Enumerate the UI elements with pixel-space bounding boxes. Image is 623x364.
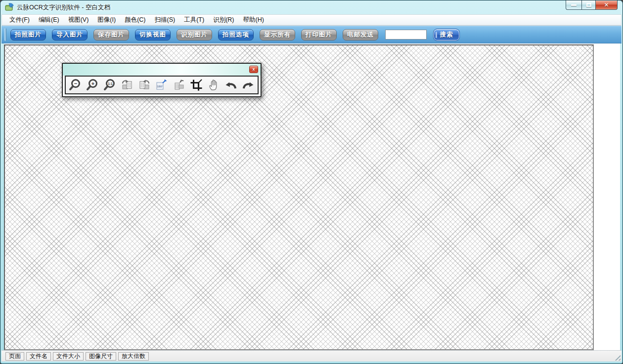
rotate-right-button[interactable]	[137, 78, 152, 92]
actual-size-icon: 1:1	[103, 79, 116, 91]
switch-view-button[interactable]: 切换视图	[135, 29, 171, 40]
undo-button[interactable]	[223, 78, 238, 92]
menu-item-edit[interactable]: 编辑(E)	[34, 15, 64, 25]
caption-buttons: ✕	[566, 0, 618, 10]
main-toolbar: 拍照图片 导入图片 保存图片 切换视图 识别图片 拍照选项 显示所有 打印图片 …	[1, 26, 622, 43]
save-image-button[interactable]: 保存图片	[93, 29, 129, 40]
search-button[interactable]: 搜索	[434, 29, 459, 40]
menu-item-image[interactable]: 图像(I)	[93, 15, 120, 25]
rotate-right-icon	[138, 79, 151, 91]
redo-icon	[242, 79, 255, 91]
redo-button[interactable]	[241, 78, 256, 92]
rotate-180-icon: 180°	[155, 79, 168, 91]
svg-text:1:1: 1:1	[108, 82, 113, 85]
crop-icon	[190, 79, 203, 91]
show-all-button[interactable]: 显示所有	[260, 29, 295, 40]
menu-item-color[interactable]: 颜色(C)	[120, 15, 150, 25]
search-button-label: 搜索	[440, 31, 453, 39]
minimize-icon	[571, 4, 577, 6]
import-image-button[interactable]: 导入图片	[52, 29, 88, 40]
resize-grip[interactable]	[613, 353, 621, 361]
flip-button[interactable]	[172, 78, 186, 92]
image-tools-close-button[interactable]: x	[249, 66, 258, 73]
app-window: 云脉OCR文字识别软件 - 空白文档 ✕ 文件(F) 编辑(E) 视图(V) 图…	[0, 0, 623, 364]
maximize-button[interactable]	[581, 0, 596, 10]
document-area: x − +	[4, 43, 620, 350]
menu-item-view[interactable]: 视图(V)	[64, 15, 93, 25]
title-bar[interactable]: 云脉OCR文字识别软件 - 空白文档 ✕	[0, 0, 623, 14]
menu-bar: 文件(F) 编辑(E) 视图(V) 图像(I) 颜色(C) 扫描(S) 工具(T…	[1, 14, 622, 26]
image-tools-strip: − + 1:1	[65, 76, 259, 94]
minimize-button[interactable]	[566, 0, 581, 10]
close-button[interactable]: ✕	[596, 0, 618, 10]
status-bar: 页面 文件名 文件大小 图像尺寸 放大倍数	[1, 350, 622, 362]
status-page: 页面	[5, 352, 24, 361]
window-title: 云脉OCR文字识别软件 - 空白文档	[17, 3, 110, 12]
status-filesize: 文件大小	[53, 352, 84, 361]
menu-item-recognize[interactable]: 识别(R)	[209, 15, 238, 25]
undo-icon	[224, 79, 237, 91]
rotate-left-icon	[121, 79, 134, 91]
status-zoom: 放大倍数	[118, 352, 149, 361]
status-filename: 文件名	[26, 352, 51, 361]
print-image-button[interactable]: 打印图片	[301, 29, 337, 40]
search-button-grip	[436, 32, 437, 38]
status-imagesize: 图像尺寸	[86, 352, 116, 361]
close-icon: x	[252, 67, 255, 72]
email-send-button[interactable]: 电邮发送	[343, 29, 378, 40]
menu-item-file[interactable]: 文件(F)	[5, 15, 34, 25]
menu-item-tools[interactable]: 工具(T)	[179, 15, 209, 25]
rotate-left-button[interactable]	[120, 78, 134, 92]
rotate-180-button[interactable]: 180°	[154, 78, 169, 92]
close-icon: ✕	[604, 2, 609, 8]
search-input[interactable]	[385, 30, 427, 40]
image-tools-titlebar[interactable]: x	[63, 64, 261, 76]
menu-item-help[interactable]: 帮助(H)	[238, 15, 268, 25]
actual-size-button[interactable]: 1:1	[102, 78, 117, 92]
maximize-icon	[586, 3, 591, 7]
svg-text:+: +	[91, 81, 94, 86]
svg-text:−: −	[74, 81, 77, 86]
capture-photo-button[interactable]: 拍照图片	[10, 29, 46, 40]
crop-button[interactable]	[189, 78, 204, 92]
app-icon	[5, 3, 14, 11]
toolbar-grip[interactable]	[4, 28, 6, 41]
recognize-image-button[interactable]: 识别图片	[177, 29, 212, 40]
zoom-in-icon: +	[86, 79, 99, 91]
zoom-in-button[interactable]: +	[85, 78, 100, 92]
flip-icon	[173, 79, 185, 91]
zoom-out-icon: −	[69, 79, 82, 91]
menu-item-scan[interactable]: 扫描(S)	[150, 15, 179, 25]
hand-icon	[207, 79, 220, 91]
hand-tool-button[interactable]	[206, 78, 221, 92]
zoom-out-button[interactable]: −	[68, 78, 83, 92]
photo-options-button[interactable]: 拍照选项	[218, 29, 254, 40]
image-tools-window: x − +	[62, 63, 262, 97]
svg-text:180°: 180°	[157, 85, 163, 88]
